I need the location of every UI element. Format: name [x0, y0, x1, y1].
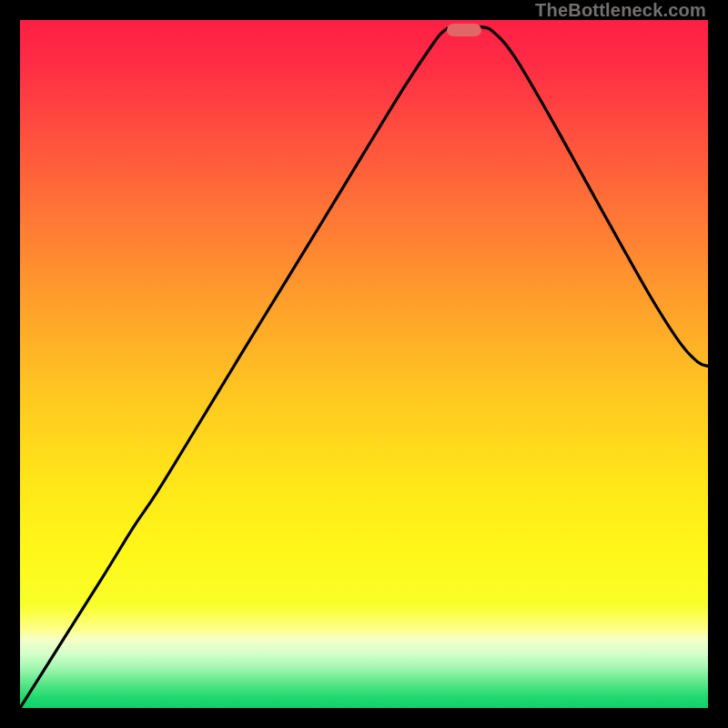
watermark-text: TheBottleneck.com [535, 0, 706, 21]
bottleneck-curve [20, 20, 708, 708]
chart-frame [20, 20, 708, 708]
optimum-marker [447, 24, 481, 36]
